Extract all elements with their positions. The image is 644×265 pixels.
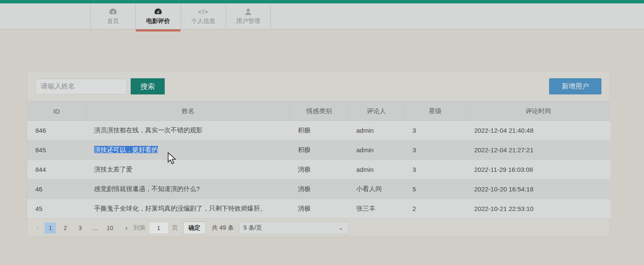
cell-id: 46: [27, 180, 86, 199]
cell-id: 45: [27, 199, 86, 219]
nav-tab-4[interactable]: 用户管理: [226, 3, 271, 29]
cell-time: 2022-11-29 16:03:08: [466, 160, 610, 180]
nav-tab-3[interactable]: </>个人信息: [180, 3, 226, 29]
cell-reviewer: 小看人间: [348, 180, 404, 199]
table-row[interactable]: 844演技太差了爱消极admin32022-11-29 16:03:08: [27, 160, 610, 180]
next-page-icon[interactable]: ›: [125, 224, 127, 232]
search-input[interactable]: [35, 79, 127, 94]
table-header-row: ID姓名情感类别评论人星级评论时间: [27, 102, 610, 121]
column-header: 姓名: [86, 102, 290, 121]
cell-name: 演员演技都在线，真实一次不错的观影: [86, 121, 290, 140]
cell-stars: 2: [404, 199, 466, 219]
add-user-button[interactable]: 新增用户: [549, 78, 601, 94]
column-header: 情感类别: [290, 102, 348, 121]
cell-reviewer: 张三丰: [348, 199, 404, 219]
dashboard-icon: [109, 8, 117, 16]
table-row[interactable]: 845演技还可以，挺好看的积极admin32022-12-04 21:27:21: [27, 140, 610, 160]
column-header: 评论人: [348, 102, 404, 121]
top-accent-bar: [0, 0, 644, 3]
cell-sentiment: 消极: [290, 180, 348, 199]
cell-id: 844: [27, 160, 86, 180]
cell-name: 演技还可以，挺好看的: [86, 140, 290, 160]
cell-sentiment: 积极: [290, 121, 348, 140]
cell-stars: 5: [404, 180, 466, 199]
nav-tab-label: 电影评价: [146, 17, 170, 25]
cell-stars: 3: [404, 140, 466, 160]
cell-sentiment: 积极: [290, 140, 348, 160]
content-panel: 搜索 新增用户 ID姓名情感类别评论人星级评论时间 846演员演技都在线，真实一…: [27, 71, 610, 237]
page-button-1[interactable]: 1: [45, 222, 56, 234]
page-button-3[interactable]: 3: [74, 222, 86, 234]
search-button[interactable]: 搜索: [131, 78, 165, 94]
page-size-select[interactable]: 5 条/页 ⌄: [239, 222, 349, 234]
code-icon: </>: [198, 8, 209, 16]
cell-reviewer: admin: [348, 140, 404, 160]
cell-sentiment: 消极: [290, 199, 348, 219]
cell-sentiment: 消极: [290, 160, 348, 180]
pagination-bar: ‹ 123...10 › 到第 页 确定 共 49 条 5 条/页 ⌄: [27, 219, 610, 237]
page-ellipsis: ...: [89, 222, 100, 234]
page-size-value: 5 条/页: [243, 224, 262, 232]
table-row[interactable]: 46感觉剧情就很邋遢，不知道演的什么?消极小看人间52022-10-20 16:…: [27, 180, 610, 199]
goto-confirm-button[interactable]: 确定: [183, 222, 206, 234]
cell-time: 2022-10-20 16:54:18: [466, 180, 610, 199]
reviews-table: ID姓名情感类别评论人星级评论时间 846演员演技都在线，真实一次不错的观影积极…: [27, 101, 610, 219]
table-toolbar: 搜索 新增用户: [27, 71, 610, 101]
goto-page-input[interactable]: [149, 222, 169, 234]
nav-tab-2[interactable]: 电影评价: [135, 3, 180, 29]
page-button-10[interactable]: 10: [104, 222, 115, 234]
selected-text: 演技还可以，挺好看的: [94, 146, 158, 153]
cell-stars: 3: [404, 121, 466, 140]
cell-time: 2022-12-04 21:27:21: [466, 140, 610, 160]
cell-name: 手撕鬼子全球化，好莱坞真的没编剧了，只剩下特效师爆肝。: [86, 199, 290, 219]
nav-tab-label: 首页: [107, 17, 119, 25]
chevron-down-icon: ⌄: [338, 225, 343, 231]
cell-id: 845: [27, 140, 86, 160]
nav-tab-label: 个人信息: [192, 17, 215, 25]
cell-id: 846: [27, 121, 86, 140]
column-header: 星级: [404, 102, 466, 121]
column-header: 评论时间: [466, 102, 610, 121]
goto-page-unit: 页: [172, 224, 178, 232]
cell-name: 演技太差了爱: [86, 160, 290, 180]
cell-stars: 3: [404, 160, 466, 180]
table-row[interactable]: 846演员演技都在线，真实一次不错的观影积极admin32022-12-04 2…: [27, 121, 610, 140]
nav-tab-label: 用户管理: [236, 17, 260, 25]
prev-page-icon[interactable]: ‹: [37, 224, 39, 232]
cell-time: 2022-12-04 21:40:48: [466, 121, 610, 140]
page-button-2[interactable]: 2: [60, 222, 71, 234]
main-nav: 首页电影评价</>个人信息用户管理: [0, 3, 644, 29]
cell-reviewer: admin: [348, 121, 404, 140]
user-icon: [244, 8, 252, 16]
table-row[interactable]: 45手撕鬼子全球化，好莱坞真的没编剧了，只剩下特效师爆肝。消极张三丰22022-…: [27, 199, 610, 219]
total-count-label: 共 49 条: [212, 224, 234, 232]
cell-time: 2022-10-21 22:53:10: [466, 199, 610, 219]
nav-tab-1[interactable]: 首页: [90, 3, 135, 29]
goto-page-label: 到第: [134, 224, 146, 232]
column-header: ID: [27, 102, 86, 121]
cell-name: 感觉剧情就很邋遢，不知道演的什么?: [86, 180, 290, 199]
dashboard-icon: [154, 8, 162, 16]
cell-reviewer: admin: [348, 160, 404, 180]
